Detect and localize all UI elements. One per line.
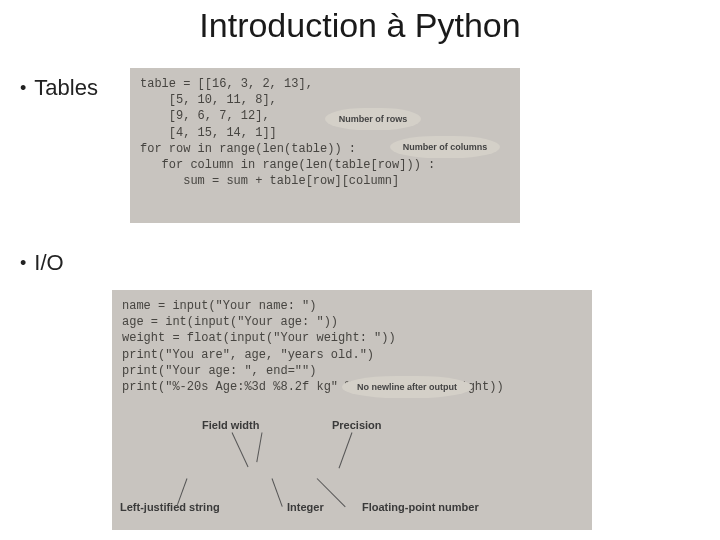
label-floating-point: Floating-point number [362,500,479,515]
connector-line [339,432,353,468]
connector-line [256,432,262,462]
callout-number-of-columns: Number of columns [390,136,500,158]
label-left-justified: Left-justified string [120,500,220,515]
connector-line [232,432,249,467]
tables-code-panel: table = [[16, 3, 2, 13], [5, 10, 11, 8],… [130,68,520,223]
code-line: [5, 10, 11, 8], [140,92,510,108]
code-line: sum = sum + table[row][column] [140,173,510,189]
bullet-tables-label: Tables [34,75,98,101]
label-precision: Precision [332,418,382,433]
code-line: print("Your age: ", end="") [122,363,582,379]
code-line: print("You are", age, "years old.") [122,347,582,363]
code-line: weight = float(input("Your weight: ")) [122,330,582,346]
bullet-io: I/O [20,250,64,276]
code-line: for column in range(len(table[row])) : [140,157,510,173]
label-integer: Integer [287,500,324,515]
bullet-tables: Tables [20,75,98,101]
callout-no-newline: No newline after output [342,376,472,398]
code-line: age = int(input("Your age: ")) [122,314,582,330]
code-line: name = input("Your name: ") [122,298,582,314]
callout-number-of-rows: Number of rows [325,108,421,130]
code-line: table = [[16, 3, 2, 13], [140,76,510,92]
bullet-io-label: I/O [34,250,63,276]
page-title: Introduction à Python [0,0,720,45]
connector-line [272,478,283,507]
io-code-panel: name = input("Your name: ") age = int(in… [112,290,592,530]
label-field-width: Field width [202,418,259,433]
